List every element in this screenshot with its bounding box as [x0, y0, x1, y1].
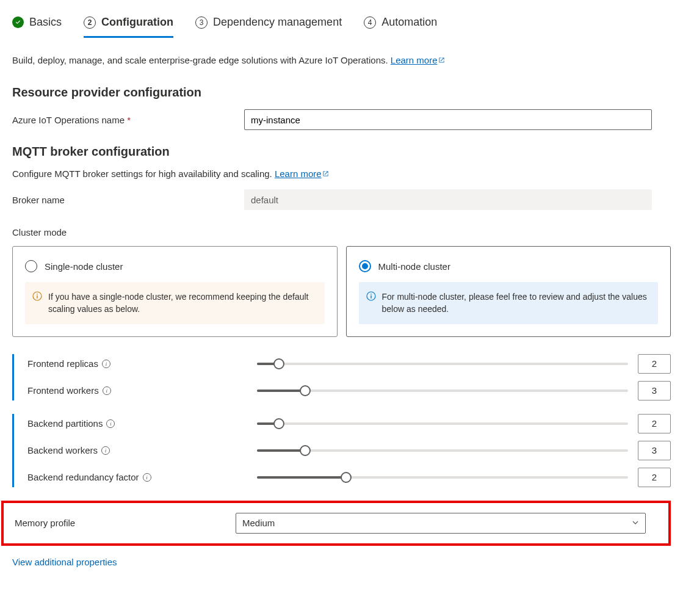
- learn-more-link[interactable]: Learn more: [391, 55, 446, 65]
- frontend-workers-value[interactable]: 3: [638, 381, 671, 400]
- multi-node-message: For multi-node cluster, please feel free…: [359, 282, 659, 324]
- tab-dependency-management[interactable]: 3 Dependency management: [195, 12, 342, 38]
- mqtt-learn-more-link[interactable]: Learn more: [275, 168, 330, 179]
- svg-rect-1: [37, 295, 37, 299]
- mqtt-subtext: Configure MQTT broker settings for high …: [12, 168, 671, 179]
- warning-info-icon: [32, 291, 42, 301]
- multi-node-card[interactable]: Multi-node cluster For multi-node cluste…: [346, 246, 671, 337]
- step-4-icon: 4: [364, 16, 376, 29]
- backend-slider-group: Backend partitions i 2 Backend workers i…: [12, 414, 671, 487]
- memory-profile-select[interactable]: Medium: [236, 513, 646, 534]
- backend-redundancy-slider[interactable]: [257, 471, 628, 484]
- intro-text: Build, deploy, manage, and scale enterpr…: [12, 55, 671, 66]
- external-link-icon: [438, 56, 446, 66]
- frontend-replicas-slider[interactable]: [257, 358, 628, 370]
- tab-configuration[interactable]: 2 Configuration: [84, 12, 173, 38]
- radio-multi-node[interactable]: [359, 260, 371, 272]
- multi-node-title: Multi-node cluster: [378, 261, 450, 272]
- broker-name-label: Broker name: [12, 195, 244, 205]
- svg-rect-2: [37, 294, 37, 294]
- info-icon[interactable]: i: [103, 386, 111, 395]
- info-icon: [366, 291, 376, 301]
- aio-name-input[interactable]: [244, 109, 652, 130]
- tab-basics[interactable]: Basics: [12, 12, 62, 38]
- frontend-replicas-label: Frontend replicas i: [27, 358, 247, 369]
- external-link-icon: [322, 169, 330, 179]
- frontend-replicas-value[interactable]: 2: [638, 354, 671, 374]
- memory-profile-highlight: Memory profile Medium: [1, 501, 671, 546]
- check-circle-icon: [12, 16, 24, 28]
- broker-name-input: [244, 189, 652, 210]
- tab-automation[interactable]: 4 Automation: [364, 12, 437, 38]
- wizard-tabs: Basics 2 Configuration 3 Dependency mana…: [12, 12, 671, 38]
- tab-label: Basics: [29, 16, 62, 29]
- backend-workers-label: Backend workers i: [27, 445, 247, 455]
- radio-single-node[interactable]: [25, 260, 37, 272]
- aio-name-label: Azure IoT Operations name *: [12, 115, 244, 125]
- resource-provider-heading: Resource provider configuration: [12, 85, 671, 100]
- svg-rect-5: [370, 294, 371, 294]
- svg-rect-4: [370, 295, 371, 299]
- cluster-mode-options: Single-node cluster If you have a single…: [12, 246, 671, 337]
- required-asterisk: *: [127, 115, 131, 125]
- frontend-workers-label: Frontend workers i: [27, 385, 247, 396]
- backend-partitions-label: Backend partitions i: [27, 418, 247, 429]
- cluster-mode-label: Cluster mode: [12, 227, 671, 237]
- single-node-message: If you have a single-node cluster, we re…: [25, 282, 325, 324]
- step-3-icon: 3: [195, 16, 208, 29]
- frontend-slider-group: Frontend replicas i 2 Frontend workers i…: [12, 354, 671, 400]
- tab-label: Automation: [381, 16, 437, 29]
- step-2-icon: 2: [84, 16, 96, 29]
- backend-redundancy-label: Backend redundancy factor i: [27, 472, 247, 482]
- mqtt-heading: MQTT broker configuration: [12, 145, 671, 159]
- info-icon[interactable]: i: [102, 360, 110, 368]
- memory-profile-label: Memory profile: [4, 518, 236, 528]
- backend-workers-value[interactable]: 3: [638, 441, 671, 460]
- backend-redundancy-value[interactable]: 2: [638, 468, 671, 487]
- info-icon[interactable]: i: [143, 473, 151, 482]
- view-additional-properties-link[interactable]: View additional properties: [12, 557, 671, 567]
- backend-partitions-value[interactable]: 2: [638, 414, 671, 433]
- single-node-title: Single-node cluster: [45, 261, 123, 272]
- single-node-card[interactable]: Single-node cluster If you have a single…: [12, 246, 338, 337]
- frontend-workers-slider[interactable]: [257, 385, 628, 397]
- tab-label: Dependency management: [213, 16, 342, 29]
- backend-partitions-slider[interactable]: [257, 418, 628, 430]
- chevron-down-icon: [632, 518, 639, 528]
- tab-label: Configuration: [101, 16, 173, 29]
- memory-profile-value: Medium: [242, 518, 275, 528]
- backend-workers-slider[interactable]: [257, 444, 628, 457]
- info-icon[interactable]: i: [101, 446, 110, 455]
- info-icon[interactable]: i: [106, 419, 115, 428]
